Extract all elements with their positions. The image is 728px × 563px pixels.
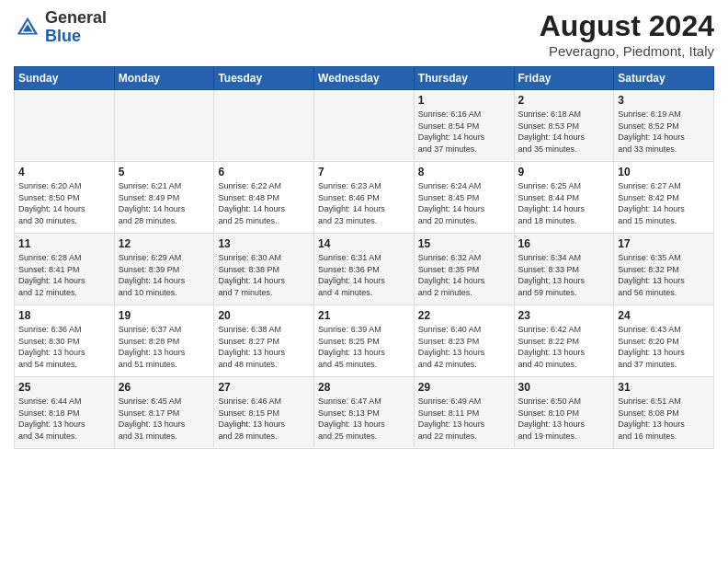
logo-text: General Blue (45, 9, 107, 46)
day-number: 11 (18, 237, 110, 250)
day-number: 4 (18, 166, 110, 178)
day-number: 6 (218, 166, 310, 178)
day-number: 26 (119, 381, 210, 394)
calendar-cell: 22Sunrise: 6:40 AM Sunset: 8:23 PM Dayli… (414, 305, 514, 377)
day-info: Sunrise: 6:30 AM Sunset: 8:38 PM Dayligh… (218, 252, 310, 298)
col-friday: Friday (514, 67, 614, 90)
day-number: 31 (618, 381, 710, 394)
day-info: Sunrise: 6:46 AM Sunset: 8:15 PM Dayligh… (218, 396, 310, 442)
day-number: 18 (18, 309, 110, 322)
calendar-cell: 5Sunrise: 6:21 AM Sunset: 8:49 PM Daylig… (114, 162, 214, 234)
day-info: Sunrise: 6:19 AM Sunset: 8:52 PM Dayligh… (618, 109, 710, 155)
calendar-cell: 27Sunrise: 6:46 AM Sunset: 8:15 PM Dayli… (214, 377, 314, 449)
col-saturday: Saturday (614, 67, 714, 90)
day-number: 2 (518, 94, 610, 107)
calendar-cell: 4Sunrise: 6:20 AM Sunset: 8:50 PM Daylig… (15, 162, 115, 234)
day-info: Sunrise: 6:49 AM Sunset: 8:11 PM Dayligh… (418, 396, 510, 442)
calendar-cell (15, 90, 115, 162)
day-number: 12 (119, 237, 210, 250)
col-wednesday: Wednesday (314, 67, 415, 90)
day-number: 13 (218, 237, 310, 250)
day-info: Sunrise: 6:36 AM Sunset: 8:30 PM Dayligh… (18, 324, 110, 370)
day-info: Sunrise: 6:24 AM Sunset: 8:45 PM Dayligh… (418, 180, 510, 226)
day-info: Sunrise: 6:20 AM Sunset: 8:50 PM Dayligh… (18, 180, 110, 226)
day-number: 27 (218, 381, 310, 394)
day-info: Sunrise: 6:39 AM Sunset: 8:25 PM Dayligh… (318, 324, 410, 370)
day-info: Sunrise: 6:35 AM Sunset: 8:32 PM Dayligh… (618, 252, 710, 298)
day-info: Sunrise: 6:27 AM Sunset: 8:42 PM Dayligh… (618, 180, 710, 226)
day-number: 22 (418, 309, 510, 322)
day-number: 30 (518, 381, 610, 394)
calendar-cell (314, 90, 415, 162)
logo-blue: Blue (45, 27, 81, 45)
day-number: 3 (618, 94, 710, 107)
header: General Blue August 2024 Peveragno, Pied… (14, 9, 714, 59)
day-number: 24 (618, 309, 710, 322)
day-info: Sunrise: 6:47 AM Sunset: 8:13 PM Dayligh… (318, 396, 410, 442)
month-title: August 2024 (540, 9, 714, 43)
day-info: Sunrise: 6:40 AM Sunset: 8:23 PM Dayligh… (418, 324, 510, 370)
calendar-cell: 28Sunrise: 6:47 AM Sunset: 8:13 PM Dayli… (314, 377, 415, 449)
day-info: Sunrise: 6:43 AM Sunset: 8:20 PM Dayligh… (618, 324, 710, 370)
calendar-cell: 6Sunrise: 6:22 AM Sunset: 8:48 PM Daylig… (214, 162, 314, 234)
day-number: 16 (518, 237, 610, 250)
day-number: 17 (618, 237, 710, 250)
calendar-week-5: 25Sunrise: 6:44 AM Sunset: 8:18 PM Dayli… (15, 377, 714, 449)
day-number: 8 (418, 166, 510, 178)
day-number: 19 (119, 309, 210, 322)
day-info: Sunrise: 6:21 AM Sunset: 8:49 PM Dayligh… (119, 180, 210, 226)
calendar-cell (114, 90, 214, 162)
day-number: 23 (518, 309, 610, 322)
day-info: Sunrise: 6:44 AM Sunset: 8:18 PM Dayligh… (18, 396, 110, 442)
calendar-cell: 9Sunrise: 6:25 AM Sunset: 8:44 PM Daylig… (514, 162, 614, 234)
day-number: 10 (618, 166, 710, 178)
day-info: Sunrise: 6:16 AM Sunset: 8:54 PM Dayligh… (418, 109, 510, 155)
calendar-cell: 26Sunrise: 6:45 AM Sunset: 8:17 PM Dayli… (114, 377, 214, 449)
day-number: 7 (318, 166, 410, 178)
calendar-week-4: 18Sunrise: 6:36 AM Sunset: 8:30 PM Dayli… (15, 305, 714, 377)
title-block: August 2024 Peveragno, Piedmont, Italy (540, 9, 714, 59)
calendar-cell: 1Sunrise: 6:16 AM Sunset: 8:54 PM Daylig… (414, 90, 514, 162)
calendar-cell: 20Sunrise: 6:38 AM Sunset: 8:27 PM Dayli… (214, 305, 314, 377)
calendar-cell (214, 90, 314, 162)
calendar-cell: 15Sunrise: 6:32 AM Sunset: 8:35 PM Dayli… (414, 234, 514, 305)
calendar-cell: 2Sunrise: 6:18 AM Sunset: 8:53 PM Daylig… (514, 90, 614, 162)
logo-icon (14, 14, 41, 41)
day-number: 9 (518, 166, 610, 178)
day-number: 15 (418, 237, 510, 250)
col-sunday: Sunday (15, 67, 115, 90)
day-number: 28 (318, 381, 410, 394)
calendar-header: Sunday Monday Tuesday Wednesday Thursday… (15, 67, 714, 90)
calendar-cell: 21Sunrise: 6:39 AM Sunset: 8:25 PM Dayli… (314, 305, 415, 377)
calendar-cell: 24Sunrise: 6:43 AM Sunset: 8:20 PM Dayli… (614, 305, 714, 377)
day-info: Sunrise: 6:34 AM Sunset: 8:33 PM Dayligh… (518, 252, 610, 298)
calendar-week-3: 11Sunrise: 6:28 AM Sunset: 8:41 PM Dayli… (15, 234, 714, 305)
day-info: Sunrise: 6:51 AM Sunset: 8:08 PM Dayligh… (618, 396, 710, 442)
col-monday: Monday (114, 67, 214, 90)
day-info: Sunrise: 6:28 AM Sunset: 8:41 PM Dayligh… (18, 252, 110, 298)
calendar-week-1: 1Sunrise: 6:16 AM Sunset: 8:54 PM Daylig… (15, 90, 714, 162)
calendar-cell: 30Sunrise: 6:50 AM Sunset: 8:10 PM Dayli… (514, 377, 614, 449)
calendar-cell: 29Sunrise: 6:49 AM Sunset: 8:11 PM Dayli… (414, 377, 514, 449)
calendar-body: 1Sunrise: 6:16 AM Sunset: 8:54 PM Daylig… (15, 90, 714, 449)
page-container: General Blue August 2024 Peveragno, Pied… (0, 0, 728, 458)
day-info: Sunrise: 6:38 AM Sunset: 8:27 PM Dayligh… (218, 324, 310, 370)
logo: General Blue (14, 9, 107, 46)
day-info: Sunrise: 6:31 AM Sunset: 8:36 PM Dayligh… (318, 252, 410, 298)
day-number: 1 (418, 94, 510, 107)
day-info: Sunrise: 6:18 AM Sunset: 8:53 PM Dayligh… (518, 109, 610, 155)
col-thursday: Thursday (414, 67, 514, 90)
calendar-cell: 18Sunrise: 6:36 AM Sunset: 8:30 PM Dayli… (15, 305, 115, 377)
day-number: 29 (418, 381, 510, 394)
calendar-cell: 3Sunrise: 6:19 AM Sunset: 8:52 PM Daylig… (614, 90, 714, 162)
day-info: Sunrise: 6:45 AM Sunset: 8:17 PM Dayligh… (119, 396, 210, 442)
header-row: Sunday Monday Tuesday Wednesday Thursday… (15, 67, 714, 90)
day-info: Sunrise: 6:50 AM Sunset: 8:10 PM Dayligh… (518, 396, 610, 442)
calendar-cell: 16Sunrise: 6:34 AM Sunset: 8:33 PM Dayli… (514, 234, 614, 305)
col-tuesday: Tuesday (214, 67, 314, 90)
day-info: Sunrise: 6:22 AM Sunset: 8:48 PM Dayligh… (218, 180, 310, 226)
day-info: Sunrise: 6:23 AM Sunset: 8:46 PM Dayligh… (318, 180, 410, 226)
calendar-cell: 19Sunrise: 6:37 AM Sunset: 8:28 PM Dayli… (114, 305, 214, 377)
logo-general: General (45, 8, 107, 27)
calendar-week-2: 4Sunrise: 6:20 AM Sunset: 8:50 PM Daylig… (15, 162, 714, 234)
